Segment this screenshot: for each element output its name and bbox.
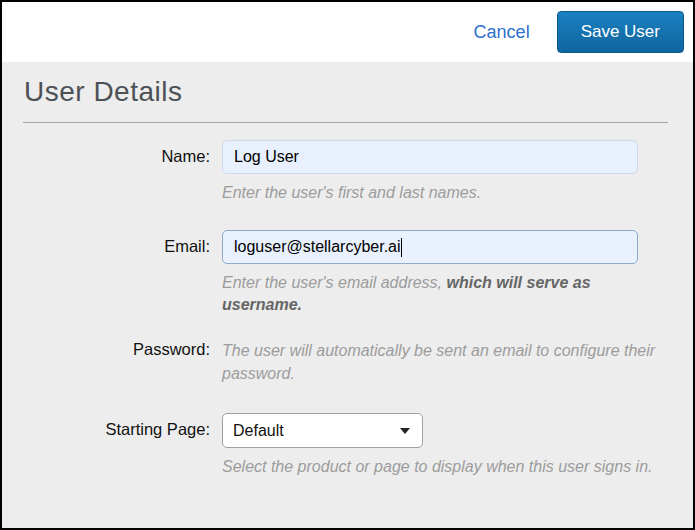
- name-label: Name:: [2, 140, 210, 204]
- name-input[interactable]: [222, 140, 638, 174]
- title-divider: [23, 122, 668, 123]
- save-user-button[interactable]: Save User: [557, 11, 684, 53]
- cancel-link[interactable]: Cancel: [474, 22, 530, 43]
- password-label: Password:: [2, 338, 210, 385]
- email-input-value: loguser@stellarcyber.ai: [234, 238, 401, 256]
- text-caret: [401, 238, 402, 257]
- starting-page-select-wrap: Default: [222, 413, 423, 448]
- starting-page-label: Starting Page:: [2, 413, 210, 478]
- starting-page-select[interactable]: Default: [222, 413, 423, 448]
- email-help-normal: Enter the user's email address,: [222, 274, 447, 291]
- password-help-text: The user will automatically be sent an e…: [222, 338, 660, 385]
- email-input[interactable]: loguser@stellarcyber.ai: [222, 230, 638, 264]
- page-title: User Details: [24, 76, 693, 108]
- starting-page-help-text: Select the product or page to display wh…: [222, 456, 660, 478]
- user-details-panel: User Details Name: Enter the user's firs…: [2, 76, 693, 478]
- header-bar: Cancel Save User: [2, 2, 693, 62]
- name-help-text: Enter the user's first and last names.: [222, 182, 660, 204]
- email-help-text: Enter the user's email address, which wi…: [222, 272, 660, 316]
- email-label: Email:: [2, 230, 210, 316]
- starting-page-row: Starting Page: Default Select the produc…: [2, 413, 693, 478]
- email-row: Email: loguser@stellarcyber.ai Enter the…: [2, 230, 693, 316]
- name-row: Name: Enter the user's first and last na…: [2, 140, 693, 204]
- password-row: Password: The user will automatically be…: [2, 338, 693, 385]
